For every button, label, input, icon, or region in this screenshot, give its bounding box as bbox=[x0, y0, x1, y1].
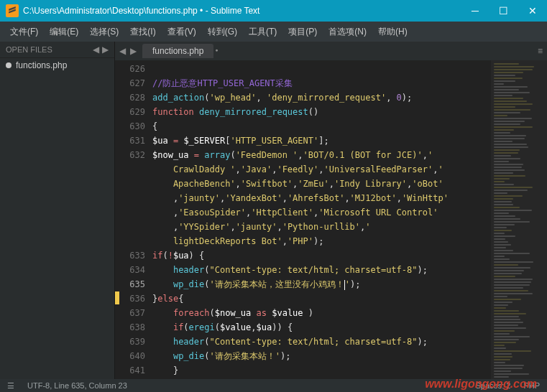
language-mode[interactable]: PHP bbox=[523, 381, 540, 390]
close-button[interactable]: ✕ bbox=[528, 5, 537, 17]
code-body[interactable]: //防止恶意HTTP_USER_AGENT采集add_action('wp_he… bbox=[152, 60, 491, 379]
window-title: C:\Users\Administrator\Desktop\functions… bbox=[23, 6, 472, 16]
tab-next-icon[interactable]: ▶ bbox=[130, 46, 137, 56]
editor-pane: ◀ ▶ functions.php ≡ 62662762862963063163… bbox=[115, 42, 547, 379]
statusbar: ☰ UTF-8, Line 635, Column 23 Spaces: 2 P… bbox=[0, 379, 547, 392]
tab-menu-icon[interactable]: ≡ bbox=[538, 46, 543, 56]
menu-item[interactable]: 查找(I) bbox=[124, 26, 161, 38]
titlebar: C:\Users\Administrator\Desktop\functions… bbox=[0, 0, 547, 22]
minimap[interactable] bbox=[491, 60, 547, 379]
sidebar-file-label: functions.php bbox=[16, 60, 67, 70]
minimize-button[interactable]: ─ bbox=[472, 5, 479, 17]
menu-item[interactable]: 编辑(E) bbox=[44, 26, 84, 38]
open-files-label: OPEN FILES bbox=[6, 45, 52, 54]
tab-prev-icon[interactable]: ◀ bbox=[119, 46, 126, 56]
line-gutter: 626627628629630631632 633634635636637638… bbox=[115, 60, 152, 379]
menu-item[interactable]: 查看(V) bbox=[162, 26, 202, 38]
menubar: 文件(F)编辑(E)选择(S)查找(I)查看(V)转到(G)工具(T)项目(P)… bbox=[0, 22, 547, 42]
menu-indicator-icon[interactable]: ☰ bbox=[7, 381, 14, 391]
menu-item[interactable]: 转到(G) bbox=[202, 26, 243, 38]
cursor-position[interactable]: UTF-8, Line 635, Column 23 bbox=[27, 381, 127, 390]
menu-item[interactable]: 选择(S) bbox=[84, 26, 124, 38]
sublime-logo-icon bbox=[6, 4, 19, 17]
tabbar: ◀ ▶ functions.php ≡ bbox=[115, 42, 547, 60]
nav-next-icon[interactable]: ▶ bbox=[102, 45, 109, 55]
sidebar-file-item[interactable]: functions.php bbox=[0, 58, 114, 73]
code-area[interactable]: 626627628629630631632 633634635636637638… bbox=[115, 60, 547, 379]
menu-item[interactable]: 文件(F) bbox=[4, 26, 44, 38]
modified-dot-icon bbox=[6, 62, 12, 68]
menu-item[interactable]: 项目(P) bbox=[282, 26, 323, 38]
tab-label: functions.php bbox=[152, 46, 203, 56]
maximize-button[interactable]: ☐ bbox=[499, 5, 508, 17]
menu-item[interactable]: 首选项(N) bbox=[323, 26, 372, 38]
indent-setting[interactable]: Spaces: 2 bbox=[475, 381, 510, 390]
sidebar-header: OPEN FILES ◀ ▶ bbox=[0, 42, 114, 58]
nav-prev-icon[interactable]: ◀ bbox=[93, 45, 99, 55]
sidebar: OPEN FILES ◀ ▶ functions.php bbox=[0, 42, 115, 379]
menu-item[interactable]: 帮助(H) bbox=[372, 26, 413, 38]
menu-item[interactable]: 工具(T) bbox=[243, 26, 282, 38]
file-tab[interactable]: functions.php bbox=[142, 44, 213, 58]
